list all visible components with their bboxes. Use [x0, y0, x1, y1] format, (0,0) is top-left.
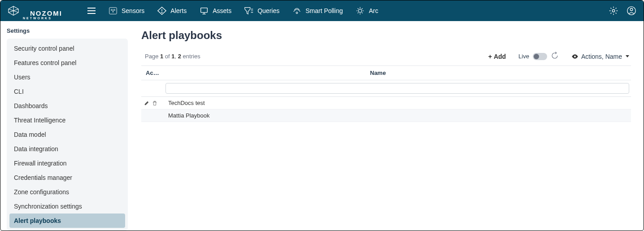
- nav-label: Assets: [213, 7, 231, 14]
- nav-label: Arc: [369, 7, 378, 14]
- table-body: TechDocs testMattia Playbook: [141, 97, 631, 122]
- sidebar-item[interactable]: Threat Intelligence: [9, 113, 125, 127]
- sidebar-item[interactable]: Users: [9, 70, 125, 84]
- live-toggle[interactable]: [533, 53, 547, 60]
- svg-point-8: [630, 9, 633, 11]
- nav-item-queries[interactable]: Queries: [244, 6, 279, 16]
- alerts-icon: [157, 6, 167, 16]
- columns-selector[interactable]: Actions, Name: [571, 53, 629, 60]
- menu-toggle-button[interactable]: [86, 6, 97, 16]
- plus-icon: +: [488, 53, 492, 60]
- page-title: Alert playbooks: [141, 29, 631, 42]
- svg-point-4: [296, 12, 298, 14]
- edit-icon[interactable]: [144, 100, 149, 106]
- brand-logo[interactable]: NOZOMI NETWORKS: [8, 2, 75, 20]
- nav-item-assets[interactable]: Assets: [199, 6, 231, 16]
- brand-subtitle: NETWORKS: [23, 17, 75, 20]
- sidebar-item[interactable]: Features control panel: [9, 56, 125, 70]
- assets-icon: [199, 6, 209, 16]
- sidebar-list: Security control panelFeatures control p…: [7, 39, 128, 231]
- caret-down-icon: [626, 55, 629, 57]
- sidebar-item[interactable]: Alert playbooks: [9, 214, 125, 228]
- sidebar-item[interactable]: Security control panel: [9, 41, 125, 56]
- nav-item-arc[interactable]: Arc: [355, 6, 378, 16]
- nav-items: Sensors Alerts Assets Queries Smart Poll…: [108, 6, 378, 16]
- nav-actions: [609, 6, 636, 16]
- refresh-button[interactable]: [551, 52, 559, 61]
- nav-item-smart-polling[interactable]: Smart Polling: [292, 6, 343, 16]
- filter-row: [141, 80, 631, 97]
- row-name: Mattia Playbook: [164, 110, 631, 121]
- columns-label: Actions, Name: [581, 53, 622, 60]
- nav-label: Smart Polling: [305, 7, 343, 14]
- top-nav: NOZOMI NETWORKS Sensors Alerts Assets Qu…: [0, 0, 644, 21]
- sidebar-item[interactable]: Credentials manager: [9, 170, 125, 185]
- sidebar-item[interactable]: Data integration: [9, 142, 125, 156]
- live-label: Live: [518, 53, 529, 60]
- add-label: Add: [494, 53, 506, 60]
- page-info: Page 1 of 1, 2 entries: [143, 53, 200, 60]
- sidebar-item[interactable]: Synchronization settings: [9, 199, 125, 214]
- svg-point-6: [612, 9, 615, 12]
- delete-icon[interactable]: [152, 100, 157, 106]
- logo-icon: [8, 5, 19, 16]
- table-toolbar: Page 1 of 1, 2 entries + Add Live Action…: [141, 50, 631, 66]
- svg-point-5: [359, 9, 362, 12]
- sidebar-item[interactable]: CLI: [9, 84, 125, 99]
- settings-sidebar: Settings Security control panelFeatures …: [0, 21, 134, 231]
- main-panel: Alert playbooks Page 1 of 1, 2 entries +…: [134, 21, 644, 231]
- sidebar-item[interactable]: Dashboards: [9, 99, 125, 113]
- table-header: Acti... Name: [141, 66, 631, 80]
- sensors-icon: [108, 6, 118, 16]
- smart-polling-icon: [292, 6, 302, 16]
- settings-icon[interactable]: [609, 6, 618, 16]
- nav-label: Queries: [257, 7, 279, 14]
- add-button[interactable]: + Add: [488, 53, 506, 60]
- svg-point-2: [161, 12, 162, 13]
- sidebar-item[interactable]: Zone configurations: [9, 185, 125, 199]
- row-actions: [141, 114, 164, 118]
- queries-icon: [244, 6, 254, 16]
- sidebar-item[interactable]: Data model: [9, 127, 125, 142]
- row-name: TechDocs test: [164, 98, 631, 108]
- name-filter-input[interactable]: [165, 83, 629, 94]
- arc-icon: [355, 6, 365, 16]
- row-actions: [141, 99, 164, 108]
- table-row[interactable]: TechDocs test: [141, 97, 631, 109]
- brand-name: NOZOMI: [23, 2, 75, 17]
- header-name[interactable]: Name: [164, 66, 631, 80]
- nav-item-alerts[interactable]: Alerts: [157, 6, 187, 16]
- svg-point-9: [574, 56, 576, 57]
- nav-label: Sensors: [122, 7, 144, 14]
- playbooks-table: Acti... Name TechDocs testMattia Playboo…: [141, 66, 631, 122]
- sidebar-title: Settings: [7, 27, 128, 34]
- sidebar-item[interactable]: Firewall integration: [9, 156, 125, 170]
- eye-icon: [571, 53, 579, 60]
- svg-rect-3: [201, 8, 208, 13]
- user-icon[interactable]: [627, 6, 636, 16]
- nav-item-sensors[interactable]: Sensors: [108, 6, 144, 16]
- header-actions[interactable]: Acti...: [141, 66, 164, 80]
- table-row[interactable]: Mattia Playbook: [141, 109, 631, 122]
- nav-label: Alerts: [170, 7, 187, 14]
